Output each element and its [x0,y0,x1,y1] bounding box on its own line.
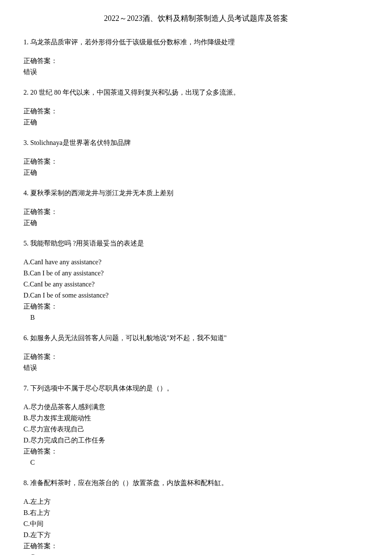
answer-value: 正确 [23,168,369,178]
question-text: 3. Stolichnaya是世界著名伏特加品牌 [23,138,369,148]
option-item: D.左下方 [23,530,369,540]
question-text: 8. 准备配料茶时，应在泡茶台的（）放置茶盘，内放盖杯和配料缸。 [23,478,369,488]
answer-value: C [23,552,369,555]
question-text: 7. 下列选项中不属于尽心尽职具体体现的是（）。 [23,383,369,393]
answer-label: 正确答案： [23,106,369,116]
options-wrapper: A.CanI have any assistance?B.Can I be of… [23,257,369,301]
answer-value: B [23,312,369,323]
option-item: C.CanI be any assistance? [23,279,369,289]
option-item: D.尽力完成自己的工作任务 [23,435,369,445]
answer-value: 正确 [23,218,369,228]
option-item: B.尽力发挥主观能动性 [23,413,369,423]
option-item: B.右上方 [23,508,369,518]
answer-value: 错误 [23,67,369,77]
option-item: A.左上方 [23,497,369,507]
answer-label: 正确答案： [23,156,369,167]
document-title: 2022～2023酒、饮料及精制茶制造人员考试题库及答案 [23,13,369,24]
options-wrapper: A.尽力使品茶客人感到满意B.尽力发挥主观能动性C.尽力宣传表现自己D.尽力完成… [23,402,369,445]
answer-label: 正确答案： [23,541,369,551]
option-item: D.Can I be of some assistance? [23,290,369,301]
option-item: A.CanI have any assistance? [23,257,369,267]
question-block: 6. 如服务人员无法回答客人问题，可以礼貌地说"对不起，我不知道"正确答案：错误 [23,333,369,373]
answer-value: C [23,457,369,468]
question-block: 4. 夏秋季采制的西湖龙井与浙江龙井无本质上差别正确答案：正确 [23,188,369,228]
answer-label: 正确答案： [23,56,369,66]
question-text: 2. 20 世纪 80 年代以来，中国茶道又得到复兴和弘扬，出现了众多流派。 [23,87,369,98]
answer-value: 正确 [23,117,369,127]
answer-label: 正确答案： [23,207,369,217]
answer-label: 正确答案： [23,352,369,362]
question-text: 4. 夏秋季采制的西湖龙井与浙江龙井无本质上差别 [23,188,369,198]
question-block: 5. 我能帮助您吗 ?用英语最妥当的表述是A.CanI have any ass… [23,238,369,323]
option-item: B.Can I be of any assistance? [23,268,369,278]
option-item: C.尽力宣传表现自己 [23,424,369,434]
questions-container: 1. 乌龙茶品质审评，若外形得分低于该级最低分数标准，均作降级处理正确答案：错误… [23,37,369,555]
question-text: 1. 乌龙茶品质审评，若外形得分低于该级最低分数标准，均作降级处理 [23,37,369,47]
options-wrapper: A.左上方B.右上方C.中间D.左下方 [23,497,369,540]
question-block: 1. 乌龙茶品质审评，若外形得分低于该级最低分数标准，均作降级处理正确答案：错误 [23,37,369,77]
question-text: 5. 我能帮助您吗 ?用英语最妥当的表述是 [23,238,369,249]
answer-label: 正确答案： [23,301,369,312]
option-item: C.中间 [23,519,369,529]
question-block: 3. Stolichnaya是世界著名伏特加品牌正确答案：正确 [23,138,369,178]
question-block: 2. 20 世纪 80 年代以来，中国茶道又得到复兴和弘扬，出现了众多流派。正确… [23,87,369,127]
answer-value: 错误 [23,363,369,373]
question-block: 7. 下列选项中不属于尽心尽职具体体现的是（）。A.尽力使品茶客人感到满意B.尽… [23,383,369,468]
option-item: A.尽力使品茶客人感到满意 [23,402,369,412]
question-text: 6. 如服务人员无法回答客人问题，可以礼貌地说"对不起，我不知道" [23,333,369,343]
question-block: 8. 准备配料茶时，应在泡茶台的（）放置茶盘，内放盖杯和配料缸。A.左上方B.右… [23,478,369,555]
answer-label: 正确答案： [23,446,369,457]
